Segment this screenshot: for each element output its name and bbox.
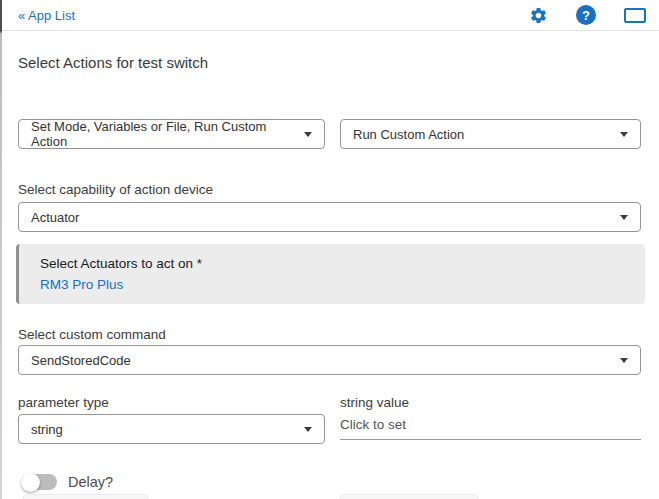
string-value-label: string value [340,395,641,410]
delay-label: Delay? [68,474,113,490]
toggle-knob [21,473,40,492]
chevron-down-icon [304,132,312,137]
parameter-type-select[interactable]: string [18,414,325,444]
chevron-down-icon [620,358,628,363]
app-page: « App List ? Select Actions for test swi… [0,0,659,499]
capability-label: Select capability of action device [18,182,641,197]
window-left-edge [0,0,2,499]
parameter-type-value: string [31,422,63,437]
parameter-row: parameter type string string value Click… [18,395,641,444]
window-display-icon[interactable] [624,8,646,23]
string-value-field[interactable]: Click to set [340,415,641,440]
header-bar: « App List ? [0,0,659,31]
chevron-down-icon [304,427,312,432]
custom-command-select[interactable]: SendStoredCode [18,345,641,375]
delay-toggle[interactable] [22,474,57,490]
capability-select[interactable]: Actuator [18,202,641,232]
actuators-panel: Select Actuators to act on * RM3 Pro Plu… [16,244,645,304]
parameter-type-label: parameter type [18,395,325,410]
delay-row: Delay? [22,474,659,490]
action-category-select[interactable]: Set Mode, Variables or File, Run Custom … [18,119,325,149]
chevron-down-icon [620,132,628,137]
string-value-column: string value Click to set [340,395,641,444]
parameter-type-column: parameter type string [18,395,325,444]
custom-command-value: SendStoredCode [31,353,131,368]
custom-command-label: Select custom command [18,327,641,342]
settings-gear-icon[interactable] [529,6,548,25]
back-to-app-list-link[interactable]: « App List [18,8,75,23]
header-icons: ? [529,5,646,25]
action-type-row: Set Mode, Variables or File, Run Custom … [18,119,641,149]
action-value: Run Custom Action [353,127,464,142]
capability-value: Actuator [31,210,79,225]
help-icon[interactable]: ? [576,5,596,25]
bottom-button-stub-left[interactable] [23,494,148,499]
actuators-label: Select Actuators to act on * [40,256,645,271]
action-select[interactable]: Run Custom Action [340,119,641,149]
action-category-value: Set Mode, Variables or File, Run Custom … [31,119,294,149]
actuator-device-link[interactable]: RM3 Pro Plus [40,277,645,292]
bottom-button-stub-right[interactable] [340,494,478,499]
page-title: Select Actions for test switch [18,54,641,71]
chevron-down-icon [620,215,628,220]
